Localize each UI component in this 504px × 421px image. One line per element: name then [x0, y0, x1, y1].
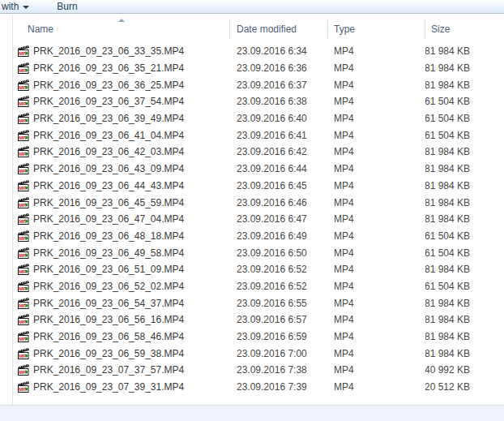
file-row[interactable]: MP PRK_2016_09_23_06_49_58.MP4 23.09.201…	[12, 244, 504, 261]
file-name-label: PRK_2016_09_23_06_54_37.MP4	[33, 298, 184, 309]
open-with-label: with	[2, 1, 19, 12]
date-modified-cell: 23.09.2016 6:52	[230, 261, 328, 278]
file-row[interactable]: MP PRK_2016_09_23_07_39_31.MP4 23.09.201…	[12, 379, 504, 396]
date-modified-cell: 23.09.2016 6:45	[230, 178, 328, 195]
type-cell: MP4	[328, 211, 425, 228]
size-cell: 61 504 KB	[425, 244, 504, 261]
size-cell: 81 984 KB	[425, 345, 504, 362]
file-name-label: PRK_2016_09_23_06_42_03.MP4	[33, 146, 184, 157]
file-row[interactable]: MP PRK_2016_09_23_06_51_09.MP4 23.09.201…	[12, 261, 504, 278]
date-modified-cell: 23.09.2016 6:44	[230, 161, 328, 178]
date-modified-cell: 23.09.2016 6:36	[230, 60, 328, 77]
type-cell: MP4	[328, 178, 425, 195]
mp4-file-icon: MP	[18, 348, 29, 359]
file-row[interactable]: MP PRK_2016_09_23_06_41_04.MP4 23.09.201…	[12, 127, 504, 144]
type-cell: MP4	[328, 244, 425, 261]
svg-text:MP: MP	[19, 135, 26, 140]
file-row[interactable]: MP PRK_2016_09_23_06_44_43.MP4 23.09.201…	[12, 178, 504, 195]
type-cell: MP4	[328, 76, 425, 93]
status-bar	[0, 405, 504, 421]
svg-text:MP: MP	[19, 370, 26, 376]
type-cell: MP4	[328, 194, 425, 211]
svg-text:MP: MP	[19, 168, 26, 174]
file-row[interactable]: MP PRK_2016_09_23_06_43_09.MP4 23.09.201…	[12, 161, 504, 178]
type-cell: MP4	[328, 362, 425, 379]
file-row[interactable]: MP PRK_2016_09_23_06_37_54.MP4 23.09.201…	[12, 93, 504, 110]
file-row[interactable]: MP PRK_2016_09_23_06_47_04.MP4 23.09.201…	[12, 211, 504, 228]
date-modified-cell: 23.09.2016 6:38	[230, 93, 328, 110]
svg-text:MP: MP	[19, 67, 26, 73]
file-row[interactable]: MP PRK_2016_09_23_06_35_21.MP4 23.09.201…	[12, 60, 504, 77]
mp4-file-icon: MP	[18, 180, 29, 191]
mp4-file-icon: MP	[18, 197, 29, 208]
svg-text:MP: MP	[19, 336, 26, 342]
file-row[interactable]: MP PRK_2016_09_23_07_37_57.MP4 23.09.201…	[12, 362, 504, 379]
file-row[interactable]: MP PRK_2016_09_23_06_45_59.MP4 23.09.201…	[12, 194, 504, 211]
size-cell: 61 504 KB	[425, 228, 504, 245]
type-cell: MP4	[328, 261, 425, 278]
size-cell: 81 984 KB	[425, 211, 504, 228]
file-name-cell: MP PRK_2016_09_23_06_47_04.MP4	[12, 211, 230, 228]
file-name-cell: MP PRK_2016_09_23_06_33_35.MP4	[12, 43, 230, 60]
mp4-file-icon: MP	[18, 230, 29, 242]
date-modified-cell: 23.09.2016 6:47	[230, 211, 328, 228]
size-cell: 61 504 KB	[425, 127, 504, 144]
svg-text:MP: MP	[19, 353, 26, 359]
svg-text:MP: MP	[19, 235, 26, 241]
file-name-cell: MP PRK_2016_09_23_06_35_21.MP4	[12, 60, 230, 77]
file-row[interactable]: MP PRK_2016_09_23_06_42_03.MP4 23.09.201…	[12, 144, 504, 161]
svg-text:MP: MP	[19, 84, 26, 90]
svg-text:MP: MP	[19, 252, 26, 258]
file-name-cell: MP PRK_2016_09_23_06_44_43.MP4	[12, 178, 230, 195]
type-cell: MP4	[328, 43, 425, 60]
date-modified-cell: 23.09.2016 6:49	[230, 228, 328, 245]
date-modified-cell: 23.09.2016 6:41	[230, 127, 328, 144]
size-cell: 81 984 KB	[425, 43, 504, 60]
file-row[interactable]: MP PRK_2016_09_23_06_52_02.MP4 23.09.201…	[12, 278, 504, 295]
file-name-label: PRK_2016_09_23_06_49_58.MP4	[33, 247, 184, 259]
file-row[interactable]: MP PRK_2016_09_23_06_59_38.MP4 23.09.201…	[12, 345, 504, 362]
column-header-type[interactable]: Type	[328, 16, 425, 41]
date-modified-cell: 23.09.2016 7:00	[230, 345, 328, 362]
mp4-file-icon: MP	[18, 62, 29, 74]
file-name-label: PRK_2016_09_23_06_37_54.MP4	[33, 96, 184, 107]
svg-text:MP: MP	[19, 51, 26, 57]
column-header-size[interactable]: Size	[425, 16, 504, 41]
file-name-label: PRK_2016_09_23_06_39_49.MP4	[33, 113, 184, 124]
file-row[interactable]: MP PRK_2016_09_23_06_56_16.MP4 23.09.201…	[12, 311, 504, 329]
file-row[interactable]: MP PRK_2016_09_23_06_39_49.MP4 23.09.201…	[12, 110, 504, 127]
size-cell: 81 984 KB	[425, 144, 504, 161]
file-row[interactable]: MP PRK_2016_09_23_06_36_25.MP4 23.09.201…	[12, 76, 504, 93]
date-modified-cell: 23.09.2016 6:46	[230, 194, 328, 211]
chevron-down-icon	[23, 6, 29, 9]
mp4-file-icon: MP	[18, 281, 29, 292]
size-cell: 81 984 KB	[425, 311, 504, 329]
mp4-file-icon: MP	[18, 213, 29, 225]
file-row[interactable]: MP PRK_2016_09_23_06_58_46.MP4 23.09.201…	[12, 329, 504, 346]
column-header-date-modified[interactable]: Date modified	[230, 16, 328, 41]
type-cell: MP4	[328, 161, 425, 178]
mp4-file-icon: MP	[18, 264, 29, 275]
burn-button[interactable]: Burn	[52, 0, 82, 13]
file-name-label: PRK_2016_09_23_06_59_38.MP4	[33, 348, 184, 359]
file-name-cell: MP PRK_2016_09_23_06_43_09.MP4	[12, 161, 230, 178]
svg-text:MP: MP	[19, 320, 26, 325]
column-header-name[interactable]: Name	[12, 16, 230, 41]
svg-text:MP: MP	[19, 219, 26, 225]
file-name-cell: MP PRK_2016_09_23_06_42_03.MP4	[12, 144, 230, 161]
file-row[interactable]: MP PRK_2016_09_23_06_48_18.MP4 23.09.201…	[12, 228, 504, 245]
size-cell: 81 984 KB	[425, 194, 504, 211]
file-name-label: PRK_2016_09_23_06_35_21.MP4	[33, 62, 184, 74]
file-row[interactable]: MP PRK_2016_09_23_06_54_37.MP4 23.09.201…	[12, 294, 504, 311]
file-name-label: PRK_2016_09_23_07_37_57.MP4	[33, 364, 184, 376]
svg-text:MP: MP	[19, 185, 26, 191]
mp4-file-icon: MP	[18, 364, 29, 376]
svg-text:MP: MP	[19, 202, 26, 208]
file-row[interactable]: MP PRK_2016_09_23_06_33_35.MP4 23.09.201…	[12, 43, 504, 60]
burn-label: Burn	[57, 1, 77, 12]
open-with-button[interactable]: with	[0, 0, 34, 13]
mp4-file-icon: MP	[18, 247, 29, 259]
mp4-file-icon: MP	[18, 331, 29, 342]
file-name-cell: MP PRK_2016_09_23_06_51_09.MP4	[12, 261, 230, 278]
file-name-cell: MP PRK_2016_09_23_06_39_49.MP4	[12, 110, 230, 127]
